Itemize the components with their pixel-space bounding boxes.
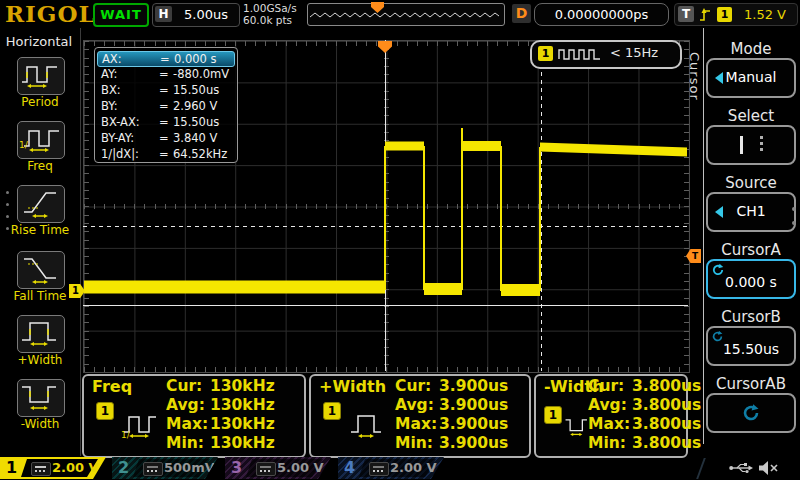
cursor-a-position-value: 0.000 s <box>708 274 794 290</box>
rise-time-icon <box>18 186 62 220</box>
softkey-mode[interactable]: Manual <box>706 58 796 98</box>
freq-icon: 1/ <box>120 408 160 440</box>
softkey-select[interactable] <box>706 125 796 165</box>
trigger-slope-icon <box>699 7 713 22</box>
meas-row-cur: Cur:3.900us <box>395 377 508 396</box>
trigger-t-label: T <box>678 6 694 22</box>
cursor-row-ax: AX:=0.000 s <box>97 51 235 67</box>
softkey-cursor-b-title: CursorB <box>706 308 796 326</box>
channel-2-scale: 500mV <box>164 459 215 477</box>
softkey-mode-value: Manual <box>708 69 794 85</box>
cursor-row-inv-dx: 1/|dX|:=64.52kHz <box>97 147 233 163</box>
channel-1-number: 1 <box>6 458 17 478</box>
pos-width-icon <box>18 316 62 350</box>
meas-row-max: Max:3.900us <box>395 415 508 434</box>
sample-rate: 1.00GSa/s <box>243 2 297 14</box>
softkey-cursor-ab-title: CursorAB <box>706 375 796 393</box>
scroll-indicator-dot <box>6 215 9 218</box>
delay-d-label: D <box>512 4 531 23</box>
page-indicator-dot <box>792 221 796 225</box>
measure-item-period[interactable] <box>17 57 65 95</box>
channel-3-tab[interactable]: 3 5.00 V <box>225 457 331 479</box>
dc-coupling-icon <box>369 462 389 476</box>
measure-item-rise-time[interactable] <box>17 185 65 223</box>
scroll-indicator-dot <box>6 227 9 230</box>
cursor-row-bx-ax: BX-AX:=15.50us <box>97 115 233 131</box>
page-indicator-dot <box>792 207 796 211</box>
meas-row-cur: Cur:130kHz <box>166 377 275 396</box>
period-icon <box>18 58 62 92</box>
measure-item-rise-time-label: Rise Time <box>0 223 80 237</box>
softkey-mode-title: Mode <box>706 40 796 58</box>
fall-time-icon <box>18 252 62 286</box>
channel-2-tab[interactable]: 2 500mV <box>112 457 218 479</box>
dc-coupling-icon <box>143 462 163 476</box>
right-menu-tab-cursor: Cursor <box>688 52 702 101</box>
cursor-b-position-value: 15.50us <box>708 341 794 357</box>
softkey-source-title: Source <box>706 174 796 192</box>
cursor-row-bx: BX:=15.50us <box>97 83 233 99</box>
measurement-panel-pos-width[interactable]: +Width 1 Cur:3.900us Avg:3.900us Max:3.9… <box>309 374 531 458</box>
right-menu-separator <box>703 28 704 444</box>
meas-row-max: Max:3.800us <box>588 415 701 434</box>
channel-4-tab[interactable]: 4 2.00 V <box>338 457 444 479</box>
horizontal-measure-menu: Horizontal Period 1/ Freq <box>0 28 81 456</box>
meas-row-cur: Cur:3.800us <box>588 377 701 396</box>
trigger-status-group[interactable]: T 1 1.52 V <box>674 3 798 26</box>
softkey-cursor-b[interactable]: 15.50us <box>706 326 796 366</box>
scroll-indicator-dot <box>6 191 9 194</box>
freq-counter-value: < 15Hz <box>610 45 658 60</box>
softkey-source-value: CH1 <box>708 203 794 219</box>
trigger-source-badge: 1 <box>717 7 732 22</box>
hardware-freq-counter-badge: 1 < 15Hz <box>530 40 682 69</box>
softkey-select-title: Select <box>706 107 796 125</box>
measurement-panel-neg-width[interactable]: -Width 1 Cur:3.800us Avg:3.800us Max:3.8… <box>534 374 688 458</box>
status-bar-divider <box>696 458 706 479</box>
measure-item-fall-time-label: Fall Time <box>0 289 80 303</box>
cursor-row-by-ay: BY-AY:=3.840 V <box>97 131 233 147</box>
meas-row-min: Min:3.900us <box>395 434 508 453</box>
preview-trace-icon <box>308 4 502 23</box>
cursor-a-select-icon <box>740 136 743 154</box>
neg-width-icon <box>18 380 62 414</box>
horizontal-timebase-control[interactable]: H 5.00us <box>152 3 240 27</box>
acquisition-status-badge: WAIT <box>93 3 149 27</box>
measurement-channel-badge: 1 <box>323 402 341 420</box>
neg-width-icon <box>564 412 590 440</box>
freq-icon: 1/ <box>18 122 62 156</box>
measure-item-freq[interactable]: 1/ <box>17 121 65 159</box>
timebase-value: 5.00us <box>177 6 235 23</box>
rigol-logo: RIGOL <box>5 0 96 27</box>
oscilloscope-screen: RIGOL WAIT H 5.00us 1.00GSa/s 60.0k pts … <box>0 0 800 480</box>
timebase-h-label: H <box>155 6 172 22</box>
rotate-knob-icon <box>741 403 761 423</box>
cursor-b-select-icon <box>760 136 763 154</box>
meas-row-min: Min:3.800us <box>588 434 701 453</box>
channel-4-scale: 2.00 V <box>390 459 437 477</box>
softkey-cursor-ab[interactable] <box>706 393 796 433</box>
meas-row-avg: Avg:3.800us <box>588 396 701 415</box>
measurement-panel-freq[interactable]: Freq 1 1/ Cur:130kHz Avg:130kHz Max:130k… <box>82 374 306 458</box>
waveform-preview[interactable] <box>307 3 505 26</box>
measure-item-pos-width[interactable] <box>17 315 65 353</box>
cursor-row-ay: AY:=-880.0mV <box>97 67 233 83</box>
left-menu-title: Horizontal <box>0 34 78 49</box>
channel-1-tab[interactable]: 1 2.00 V <box>0 457 106 479</box>
measure-item-fall-time[interactable] <box>17 251 65 289</box>
svg-text:1/: 1/ <box>19 140 29 150</box>
cursor-row-by: BY:=2.960 V <box>97 99 233 115</box>
measure-item-neg-width-label: -Width <box>0 417 80 431</box>
trigger-delay-value[interactable]: 0.00000000ps <box>534 3 669 26</box>
measure-item-neg-width[interactable] <box>17 379 65 417</box>
pos-width-icon <box>349 410 387 440</box>
usb-icon <box>728 460 754 476</box>
channel-2-number: 2 <box>118 458 129 478</box>
scroll-indicator-dot <box>6 203 9 206</box>
softkey-source[interactable]: CH1 <box>706 192 796 232</box>
softkey-cursor-a[interactable]: 0.000 s <box>706 259 796 299</box>
trigger-level-value: 1.52 V <box>737 6 793 23</box>
measurement-channel-badge: 1 <box>544 406 562 424</box>
cursor-readout-panel[interactable]: AX:=0.000 s AY:=-880.0mV BX:=15.50us BY:… <box>94 47 238 163</box>
channel-3-number: 3 <box>231 458 242 478</box>
meas-row-avg: Avg:3.900us <box>395 396 508 415</box>
